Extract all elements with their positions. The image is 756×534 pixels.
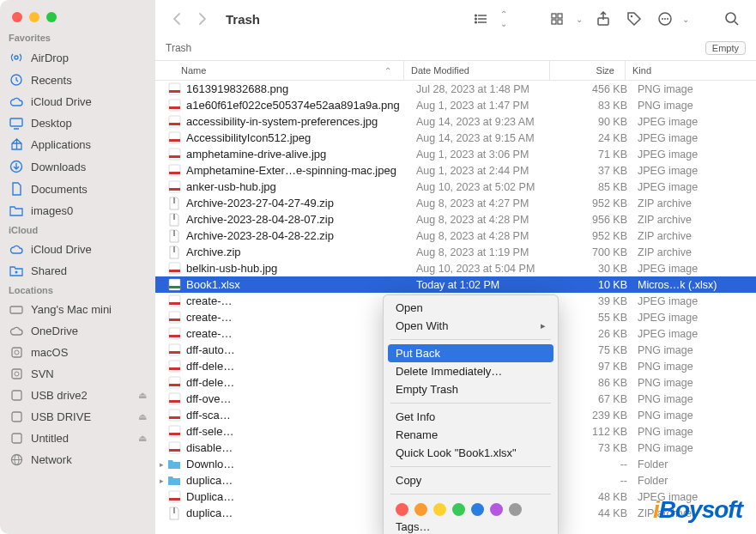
minimize-window-button[interactable]	[29, 12, 39, 22]
svg-rect-9	[12, 369, 21, 379]
sidebar-item-label: Documents	[31, 183, 88, 196]
file-row[interactable]: Archive-2023-28-04-28-22.zipAug 8, 2023 …	[155, 228, 756, 244]
svg-rect-63	[169, 344, 180, 355]
view-switcher-chevron[interactable]: ⌃⌄	[499, 9, 509, 29]
sidebar-item-yang-s-mac-mini[interactable]: Yang's Mac mini	[0, 299, 155, 320]
tags-button[interactable]	[622, 9, 646, 29]
menu-item-delete-immediately[interactable]: Delete Immediately…	[384, 362, 558, 380]
menu-item-quick-look-book1-xlsx[interactable]: Quick Look "Book1.xlsx"	[384, 444, 558, 462]
sidebar-item-label: iCloud Drive	[31, 243, 92, 256]
svg-rect-35	[169, 83, 180, 94]
sidebar-item-shared[interactable]: Shared	[0, 260, 155, 282]
eject-icon[interactable]: ⏏	[138, 390, 147, 401]
file-row[interactable]: Archive-2023-28-04-28-07.zipAug 8, 2023 …	[155, 211, 756, 228]
close-window-button[interactable]	[12, 12, 22, 22]
svg-rect-61	[169, 328, 180, 339]
svg-rect-6	[10, 306, 22, 313]
column-size[interactable]: Size	[550, 61, 626, 80]
file-row[interactable]: Archive.zipAug 8, 2023 at 1:19 PM700 KBZ…	[155, 244, 756, 260]
group-chevron-icon[interactable]: ⌄	[574, 9, 584, 29]
sidebar-item-untitled[interactable]: Untitled⏏	[0, 428, 155, 449]
disclosure-icon[interactable]: ▸	[155, 460, 167, 469]
tag-color[interactable]	[452, 503, 465, 516]
sidebar-item-documents[interactable]: Documents	[0, 178, 155, 200]
file-name: duplica…	[184, 474, 416, 487]
sidebar-item-macos[interactable]: macOS	[0, 342, 155, 363]
file-name: anker-usb-hub.jpg	[184, 180, 416, 193]
file-size: 956 KB	[562, 214, 638, 226]
file-icon	[167, 490, 181, 504]
doc-icon	[9, 182, 24, 196]
file-kind: PNG image	[638, 344, 756, 356]
svg-rect-39	[169, 116, 180, 127]
file-kind: PNG image	[638, 377, 756, 389]
menu-item-tags[interactable]: Tags…	[384, 518, 558, 534]
file-row[interactable]: 1613919832688.pngJul 28, 2023 at 1:48 PM…	[155, 81, 756, 97]
tag-color[interactable]	[509, 503, 522, 516]
file-icon	[167, 458, 181, 471]
sidebar-item-svn[interactable]: SVN	[0, 363, 155, 385]
menu-item-copy[interactable]: Copy	[384, 471, 558, 489]
file-date: Aug 8, 2023 at 4:28 PM	[416, 230, 562, 242]
sidebar-item-downloads[interactable]: Downloads	[0, 155, 155, 178]
sidebar-item-network[interactable]: Network	[0, 449, 155, 470]
sidebar-item-label: macOS	[31, 346, 68, 359]
file-icon	[167, 360, 181, 373]
menu-item-open[interactable]: Open	[384, 299, 558, 317]
eject-icon[interactable]: ⏏	[138, 433, 147, 444]
sidebar-item-usb-drive2[interactable]: USB drive2⏏	[0, 385, 155, 406]
sidebar-item-airdrop[interactable]: AirDrop	[0, 46, 155, 69]
file-kind: JPEG image	[638, 181, 756, 193]
zoom-window-button[interactable]	[46, 12, 57, 22]
file-row[interactable]: accessibility-in-system-preferences.jpgA…	[155, 113, 756, 130]
file-row[interactable]: Archive-2023-27-04-27-49.zipAug 8, 2023 …	[155, 195, 756, 211]
tag-color[interactable]	[433, 503, 446, 516]
file-size: 37 KB	[562, 165, 638, 177]
column-name[interactable]: Name⌃	[155, 61, 404, 80]
file-icon	[167, 164, 181, 178]
menu-item-label: Tags…	[396, 520, 430, 533]
file-row[interactable]: AccessibilityIcon512.jpegAug 14, 2023 at…	[155, 130, 756, 146]
back-button[interactable]	[167, 9, 186, 28]
eject-icon[interactable]: ⏏	[138, 411, 147, 422]
sidebar-item-icloud-drive[interactable]: iCloud Drive	[0, 239, 155, 260]
file-kind: ZIP archive	[638, 246, 756, 258]
tag-color[interactable]	[471, 503, 484, 516]
empty-trash-button[interactable]: Empty	[705, 41, 746, 55]
action-button[interactable]	[653, 9, 677, 29]
column-kind[interactable]: Kind	[626, 61, 756, 80]
sidebar-item-applications[interactable]: Applications	[0, 134, 155, 155]
forward-button[interactable]	[193, 9, 212, 28]
share-button[interactable]	[591, 9, 615, 29]
column-date[interactable]: Date Modified	[404, 61, 550, 80]
file-row[interactable]: belkin-usb-hub.jpgAug 10, 2023 at 5:04 P…	[155, 260, 756, 276]
file-row[interactable]: a1e60f61ef022ce505374e52aa891a9a.pngAug …	[155, 97, 756, 113]
action-chevron-icon[interactable]: ⌄	[680, 9, 691, 29]
menu-item-rename[interactable]: Rename	[384, 426, 558, 444]
sidebar-item-icloud-drive[interactable]: iCloud Drive	[0, 91, 155, 112]
menu-item-open-with[interactable]: Open With▸	[384, 317, 558, 335]
tag-color[interactable]	[490, 503, 503, 516]
menu-item-empty-trash[interactable]: Empty Trash	[384, 380, 558, 398]
menu-item-get-info[interactable]: Get Info	[384, 408, 558, 426]
search-button[interactable]	[720, 9, 744, 29]
menu-item-put-back[interactable]: Put Back	[388, 344, 553, 362]
tag-color[interactable]	[396, 503, 408, 516]
disclosure-icon[interactable]: ▸	[155, 476, 167, 485]
svg-rect-7	[12, 348, 21, 357]
file-name: Amphetamine-Exter…e-spinning-mac.jpeg	[184, 164, 416, 177]
svg-rect-53	[169, 263, 180, 274]
view-list-button[interactable]	[471, 9, 495, 29]
sidebar-item-onedrive[interactable]: OneDrive	[0, 320, 155, 342]
sidebar-item-desktop[interactable]: Desktop	[0, 112, 155, 134]
file-row[interactable]: anker-usb-hub.jpgAug 10, 2023 at 5:02 PM…	[155, 179, 756, 195]
sidebar-item-images0[interactable]: images0	[0, 200, 155, 221]
file-row[interactable]: amphetamine-drive-alive.jpgAug 1, 2023 a…	[155, 146, 756, 162]
file-row[interactable]: Book1.xlsxToday at 1:02 PM10 KBMicros…k …	[155, 276, 756, 293]
file-row[interactable]: Amphetamine-Exter…e-spinning-mac.jpegAug…	[155, 162, 756, 179]
tag-color[interactable]	[414, 503, 427, 516]
sidebar-item-usb-drive[interactable]: USB DRIVE⏏	[0, 406, 155, 428]
group-button[interactable]	[547, 9, 571, 29]
svg-rect-71	[169, 410, 180, 421]
sidebar-item-recents[interactable]: Recents	[0, 69, 155, 91]
